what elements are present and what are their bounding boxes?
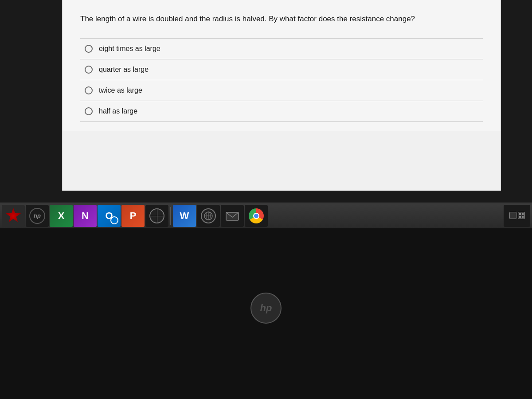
hp-logo-icon: hp <box>29 208 45 224</box>
tray-row-top <box>509 212 525 219</box>
taskbar-separator <box>170 207 171 225</box>
svg-rect-7 <box>519 216 521 218</box>
quiz-container: The length of a wire is doubled and the … <box>62 0 501 191</box>
taskbar: hp X N O P W <box>0 203 532 228</box>
hp-button[interactable]: hp <box>26 205 49 227</box>
word-button[interactable]: W <box>173 205 196 227</box>
onenote-icon: N <box>82 210 89 222</box>
powerpoint-button[interactable]: P <box>121 205 145 227</box>
option-label-2: quarter as large <box>99 66 149 74</box>
svg-rect-8 <box>522 216 524 218</box>
radio-option-1[interactable] <box>85 45 93 53</box>
outlook-button[interactable]: O <box>98 205 121 227</box>
outlook-icon: O <box>105 210 113 222</box>
option-label-1: eight times as large <box>99 45 160 53</box>
onenote-button[interactable]: N <box>74 205 97 227</box>
radio-option-4[interactable] <box>85 107 93 115</box>
chrome-button[interactable] <box>245 205 268 227</box>
system-tray[interactable] <box>504 205 530 227</box>
options-section: eight times as large quarter as large tw… <box>80 38 483 122</box>
browser-button-1[interactable] <box>145 205 168 227</box>
excel-icon: X <box>58 210 65 222</box>
powerpoint-icon: P <box>130 210 137 222</box>
radio-option-3[interactable] <box>85 86 93 94</box>
option-label-4: half as large <box>99 107 137 115</box>
hp-watermark: hp <box>250 293 282 324</box>
option-row-3[interactable]: twice as large <box>80 80 483 101</box>
svg-rect-5 <box>519 213 521 215</box>
question-text: The length of a wire is doubled and the … <box>80 13 483 25</box>
mail-icon <box>224 208 240 224</box>
chrome-icon <box>249 208 264 223</box>
globe-inner-1 <box>150 209 164 223</box>
option-label-3: twice as large <box>99 86 142 94</box>
grid-svg <box>519 213 524 218</box>
globe-icon-1 <box>149 208 164 223</box>
option-row-2[interactable]: quarter as large <box>80 59 483 80</box>
screen-area: The length of a wire is doubled and the … <box>0 0 532 399</box>
mail-button[interactable] <box>221 205 244 227</box>
option-row-4[interactable]: half as large <box>80 101 483 122</box>
globe-icon-2 <box>201 208 216 223</box>
excel-button[interactable]: X <box>50 205 73 227</box>
browser-button-2[interactable] <box>197 205 220 227</box>
radio-option-2[interactable] <box>85 66 93 74</box>
svg-rect-6 <box>522 213 524 215</box>
tray-icon-grid <box>518 212 525 219</box>
start-icon <box>5 208 21 224</box>
quiz-inner: The length of a wire is doubled and the … <box>63 0 501 131</box>
start-button[interactable] <box>2 205 25 227</box>
word-icon: W <box>180 210 189 222</box>
tray-icons <box>509 212 525 220</box>
option-row-1[interactable]: eight times as large <box>80 38 483 59</box>
tray-icon-monitor <box>509 212 516 219</box>
globe-svg <box>204 211 213 220</box>
chrome-center <box>253 213 259 219</box>
